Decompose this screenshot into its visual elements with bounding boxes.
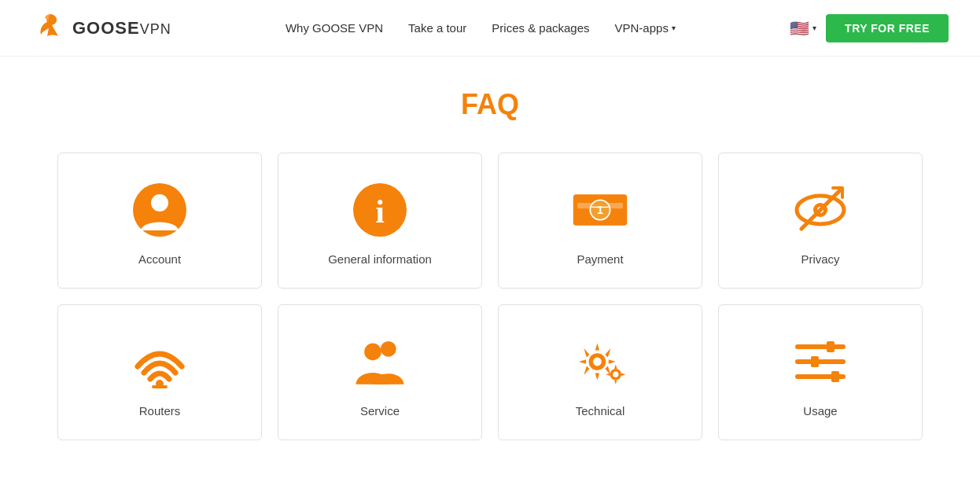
svg-text:i: i bbox=[375, 193, 385, 230]
logo[interactable]: GOOSEVPN bbox=[31, 11, 171, 46]
svg-point-1 bbox=[151, 194, 168, 212]
svg-point-17 bbox=[593, 358, 602, 366]
privacy-icon bbox=[792, 182, 849, 238]
faq-card-usage[interactable]: Usage bbox=[718, 304, 923, 440]
routers-label: Routers bbox=[139, 404, 181, 418]
faq-card-service[interactable]: Service bbox=[278, 304, 482, 440]
logo-bird-icon bbox=[31, 11, 66, 46]
svg-point-15 bbox=[364, 344, 381, 361]
general-information-label: General information bbox=[328, 252, 432, 266]
nav-why-goose[interactable]: Why GOOSE VPN bbox=[286, 21, 383, 35]
svg-text:1: 1 bbox=[597, 204, 603, 216]
technical-icon bbox=[572, 333, 628, 390]
faq-card-privacy[interactable]: Privacy bbox=[718, 153, 923, 289]
payment-label: Payment bbox=[577, 252, 623, 266]
nav-vpn-apps[interactable]: VPN-apps ▾ bbox=[615, 21, 676, 35]
header-right: 🇺🇸 ▾ TRY FOR FREE bbox=[790, 14, 949, 42]
service-icon bbox=[352, 333, 408, 390]
usage-icon bbox=[792, 333, 849, 390]
faq-card-account[interactable]: Account bbox=[57, 153, 262, 289]
payment-icon: 1 bbox=[572, 182, 628, 238]
account-label: Account bbox=[138, 252, 181, 266]
faq-card-technical[interactable]: Technical bbox=[498, 304, 702, 440]
routers-icon bbox=[131, 333, 188, 390]
vpn-apps-chevron-icon: ▾ bbox=[672, 24, 676, 32]
privacy-label: Privacy bbox=[801, 252, 839, 266]
faq-card-general-information[interactable]: i General information bbox=[278, 153, 482, 289]
svg-rect-25 bbox=[831, 371, 839, 382]
flag-chevron-icon: ▾ bbox=[812, 24, 816, 32]
header: GOOSEVPN Why GOOSE VPN Take a tour Price… bbox=[0, 0, 980, 57]
faq-card-payment[interactable]: 1 Payment bbox=[498, 153, 702, 289]
svg-rect-24 bbox=[811, 356, 819, 367]
flag-icon: 🇺🇸 bbox=[790, 19, 809, 38]
technical-label: Technical bbox=[576, 404, 625, 418]
faq-title: FAQ bbox=[47, 88, 933, 121]
info-icon: i bbox=[352, 182, 408, 238]
faq-grid: Account i General information 1 Payment bbox=[57, 153, 923, 440]
language-selector[interactable]: 🇺🇸 ▾ bbox=[790, 19, 816, 38]
svg-rect-23 bbox=[827, 341, 834, 352]
nav-take-tour[interactable]: Take a tour bbox=[408, 21, 466, 35]
svg-point-14 bbox=[381, 341, 396, 357]
faq-card-routers[interactable]: Routers bbox=[57, 304, 262, 440]
account-icon bbox=[131, 182, 188, 238]
usage-label: Usage bbox=[803, 404, 837, 418]
logo-text: GOOSEVPN bbox=[72, 18, 171, 39]
service-label: Service bbox=[360, 404, 400, 418]
svg-point-19 bbox=[613, 372, 618, 377]
main-content: FAQ Account i General information 1 bbox=[0, 57, 980, 482]
main-nav: Why GOOSE VPN Take a tour Prices & packa… bbox=[286, 21, 676, 35]
svg-rect-20 bbox=[795, 344, 846, 349]
try-for-free-button[interactable]: TRY FOR FREE bbox=[826, 14, 949, 42]
svg-rect-21 bbox=[795, 359, 846, 364]
nav-prices[interactable]: Prices & packages bbox=[492, 21, 589, 35]
